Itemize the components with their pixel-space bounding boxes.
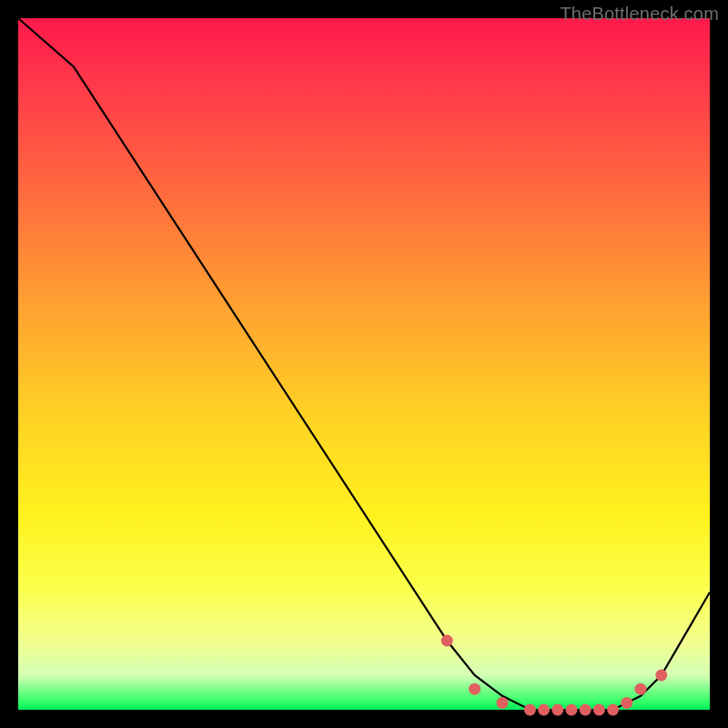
marker-dot	[441, 635, 453, 647]
marker-dot	[655, 670, 667, 682]
watermark-text: TheBottleneck.com	[560, 4, 719, 25]
marker-dot	[538, 704, 550, 716]
marker-dot	[607, 704, 619, 716]
marker-dot	[566, 704, 578, 716]
marker-dot	[524, 704, 536, 716]
marker-dot	[497, 697, 509, 709]
marker-dot	[593, 704, 605, 716]
chart-svg	[18, 18, 710, 710]
marker-dot	[621, 697, 632, 709]
marker-dot	[635, 683, 647, 695]
plot-area	[18, 18, 710, 710]
marker-dot	[551, 704, 563, 716]
chart-frame: TheBottleneck.com	[0, 0, 728, 728]
curve-line	[18, 18, 710, 710]
marker-dot	[469, 683, 480, 695]
marker-dot	[580, 704, 592, 716]
